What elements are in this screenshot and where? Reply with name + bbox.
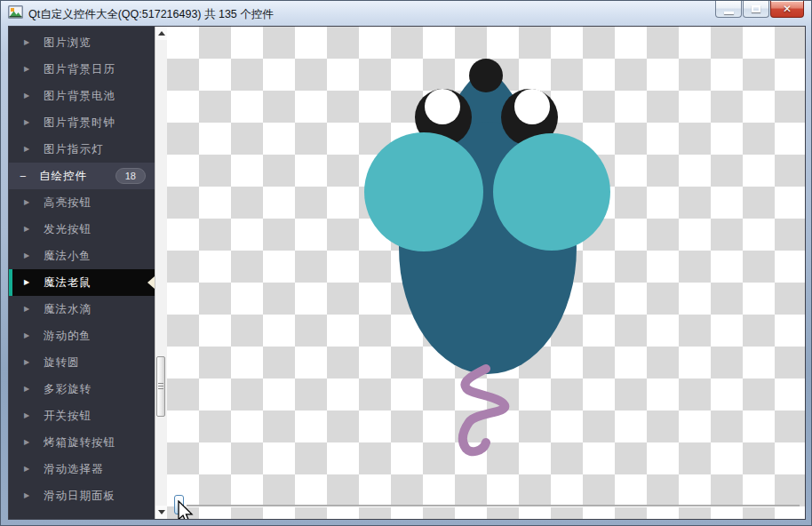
sidebar-item-label: 魔法小鱼 (44, 249, 92, 264)
sidebar-scrollbar-track[interactable] (155, 27, 167, 519)
close-icon: ✕ (783, 3, 792, 15)
canvas-hscrollbar-track[interactable] (187, 505, 800, 507)
mouse-right-ear (493, 133, 610, 251)
maximize-icon (752, 5, 760, 12)
sidebar-item-magic-fish[interactable]: ▶ 魔法小鱼 (9, 243, 155, 269)
sidebar-item-label: 魔法老鼠 (44, 275, 92, 291)
title-bar[interactable]: Qt自定义控件大全(QQ:517216493) 共 135 个控件 ✕ (1, 1, 811, 26)
sidebar-item-image-browse[interactable]: ▶ 图片浏览 (9, 29, 155, 56)
sidebar-item-label: 图片背景时钟 (44, 116, 115, 131)
chevron-right-icon: ▶ (24, 492, 32, 499)
window-controls: ✕ (714, 1, 804, 18)
magic-mouse-figure (167, 27, 805, 489)
chevron-right-icon: ▶ (24, 119, 32, 126)
sidebar-item-label: 滑动选择器 (44, 462, 104, 477)
selected-notch-icon (147, 276, 155, 289)
close-button[interactable]: ✕ (770, 1, 804, 18)
sidebar-item-label: 图片浏览 (44, 36, 92, 51)
sidebar-item-label: 多彩旋转 (44, 382, 92, 397)
triangle-up-icon (158, 28, 165, 36)
maximize-button[interactable] (743, 1, 769, 18)
chevron-right-icon: ▶ (24, 66, 32, 73)
mouse-left-eye-highlight (425, 89, 460, 124)
sidebar-item-label: 开关按钮 (44, 409, 92, 424)
minus-icon: − (20, 171, 32, 182)
chevron-right-icon: ▶ (24, 92, 32, 100)
chevron-right-icon: ▶ (24, 39, 32, 46)
app-window: Qt自定义控件大全(QQ:517216493) 共 135 个控件 ✕ ▶ 图片… (0, 0, 812, 526)
mouse-tail (463, 369, 506, 451)
sidebar-scrollbar-thumb[interactable] (156, 356, 165, 417)
sidebar-item-magic-drop[interactable]: ▶ 魔法水滴 (9, 296, 155, 323)
mouse-cursor (178, 500, 197, 519)
sidebar-item-slide-date-panel[interactable]: ▶ 滑动日期面板 (9, 482, 155, 509)
sidebar-item-label: 图片指示灯 (44, 142, 104, 157)
sidebar-group-custom-drawn[interactable]: − 自绘控件 18 (9, 163, 155, 189)
count-badge: 18 (115, 168, 146, 184)
chevron-right-icon: ▶ (24, 226, 32, 233)
sidebar-item-slide-selector[interactable]: ▶ 滑动选择器 (9, 456, 155, 482)
window-title: Qt自定义控件大全(QQ:517216493) 共 135 个控件 (28, 7, 274, 22)
scroll-up-button[interactable] (155, 27, 167, 40)
chevron-right-icon: ▶ (24, 386, 32, 393)
triangle-down-icon (158, 510, 165, 518)
sidebar-item-magic-mouse[interactable]: ▶ 魔法老鼠 (9, 269, 155, 296)
sidebar-item-label: 高亮按钮 (44, 195, 92, 211)
sidebar-menu: ▶ 图片浏览 ▶ 图片背景日历 ▶ 图片背景电池 ▶ 图片背景时钟 ▶ 图片 (9, 27, 155, 509)
chevron-right-icon: ▶ (24, 252, 32, 259)
sidebar-item-oven-knob[interactable]: ▶ 烤箱旋转按钮 (9, 429, 155, 456)
sidebar: ▶ 图片浏览 ▶ 图片背景日历 ▶ 图片背景电池 ▶ 图片背景时钟 ▶ 图片 (9, 27, 155, 519)
sidebar-item-switch-button[interactable]: ▶ 开关按钮 (9, 402, 155, 429)
mouse-nose (469, 59, 503, 92)
sidebar-item-rotating-circle[interactable]: ▶ 旋转圆 (9, 349, 155, 376)
mouse-left-ear (364, 132, 483, 251)
mouse-right-eye-highlight (514, 89, 550, 124)
chevron-right-icon: ▶ (24, 306, 32, 313)
chevron-right-icon: ▶ (24, 199, 32, 206)
sidebar-item-label: 发光按钮 (44, 222, 92, 237)
chevron-right-icon: ▶ (24, 359, 32, 366)
chevron-right-icon: ▶ (24, 412, 32, 419)
sidebar-item-glow-button[interactable]: ▶ 发光按钮 (9, 216, 155, 243)
chevron-right-icon: ▶ (24, 439, 32, 446)
sidebar-item-label: 旋转圆 (44, 355, 80, 371)
sidebar-item-label: 滑动日期面板 (44, 489, 115, 504)
scrollbar-grip-icon (158, 383, 163, 391)
sidebar-item-image-calendar[interactable]: ▶ 图片背景日历 (9, 56, 155, 83)
canvas-area (167, 27, 805, 519)
chevron-right-icon: ▶ (24, 279, 32, 286)
minimize-icon (724, 12, 734, 14)
sidebar-item-label: 图片背景日历 (44, 62, 115, 77)
minimize-button[interactable] (715, 1, 742, 18)
chevron-right-icon: ▶ (24, 146, 32, 153)
selected-accent-bar (9, 269, 12, 296)
sidebar-item-label: 魔法水滴 (44, 302, 92, 317)
sidebar-item-swimming-fish[interactable]: ▶ 游动的鱼 (9, 323, 155, 349)
chevron-right-icon: ▶ (24, 332, 32, 339)
scroll-down-button[interactable] (155, 506, 167, 519)
sidebar-item-label: 烤箱旋转按钮 (44, 435, 115, 450)
sidebar-item-image-battery[interactable]: ▶ 图片背景电池 (9, 83, 155, 109)
sidebar-item-colorful-rotate[interactable]: ▶ 多彩旋转 (9, 376, 155, 402)
sidebar-item-highlight-button[interactable]: ▶ 高亮按钮 (9, 189, 155, 216)
chevron-right-icon: ▶ (24, 466, 32, 473)
sidebar-group-label: 自绘控件 (39, 169, 87, 184)
sidebar-item-image-clock[interactable]: ▶ 图片背景时钟 (9, 109, 155, 136)
app-picture-icon (8, 5, 23, 19)
sidebar-item-label: 图片背景电池 (44, 89, 115, 104)
client-area: ▶ 图片浏览 ▶ 图片背景日历 ▶ 图片背景电池 ▶ 图片背景时钟 ▶ 图片 (8, 26, 806, 520)
sidebar-item-image-indicator[interactable]: ▶ 图片指示灯 (9, 136, 155, 163)
sidebar-item-label: 游动的鱼 (44, 329, 92, 344)
